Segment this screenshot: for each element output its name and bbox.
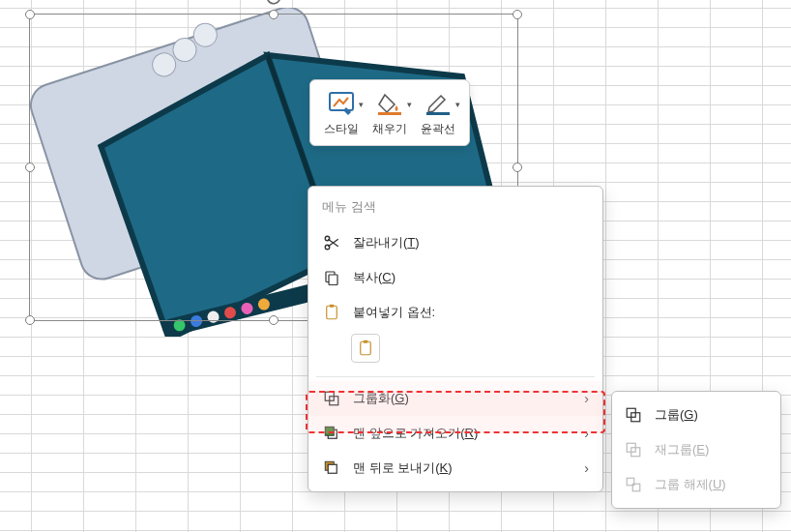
svg-point-17 [325, 236, 330, 241]
chevron-down-icon: ▾ [455, 100, 460, 109]
menu-item-bring-to-front[interactable]: 맨 앞으로 가져오기(R) › [308, 416, 602, 451]
menu-label: 복사(C) [353, 269, 396, 286]
menu-label: 그룹(G) [655, 406, 698, 424]
shape-fill-button[interactable]: ▾ 채우기 [368, 88, 411, 139]
menu-item-copy[interactable]: 복사(C) [308, 260, 602, 295]
menu-label: 맨 앞으로 가져오기(R) [353, 425, 478, 442]
menu-item-paste-options: 붙여넣기 옵션: [308, 295, 602, 330]
bring-front-icon [322, 424, 341, 443]
svg-rect-23 [361, 341, 371, 355]
clipboard-icon [322, 303, 341, 322]
chevron-down-icon: ▾ [407, 100, 412, 109]
fill-icon: ▾ [373, 90, 406, 117]
shape-outline-button[interactable]: ▾ 윤곽선 [417, 88, 459, 139]
context-menu: 메뉴 검색 잘라내기(T) 복사(C) 붙여넣기 옵션: 그룹화(G) › [308, 186, 603, 492]
regroup-icon [624, 440, 643, 459]
mini-format-toolbar: ▾ 스타일 ▾ 채우기 ▾ 윤곽선 [309, 79, 470, 146]
clipboard-icon [357, 340, 374, 357]
send-back-icon [322, 458, 341, 478]
menu-search-input[interactable]: 메뉴 검색 [308, 192, 602, 225]
svg-rect-20 [329, 275, 337, 285]
ungroup-icon [624, 475, 643, 494]
svg-rect-15 [378, 112, 401, 115]
scissors-icon [322, 233, 341, 252]
menu-separator [316, 376, 595, 377]
style-label: 스타일 [324, 121, 359, 137]
outline-icon: ▾ [422, 90, 454, 117]
menu-label: 재그룹(E) [655, 441, 709, 458]
submenu-item-ungroup: 그룹 해제(U) [612, 467, 780, 502]
submenu-item-group[interactable]: 그룹(G) [612, 398, 780, 432]
svg-rect-24 [364, 340, 368, 343]
group-icon [322, 389, 341, 408]
chevron-down-icon: ▾ [359, 100, 364, 109]
svg-rect-22 [330, 305, 335, 308]
outline-label: 윤곽선 [421, 121, 455, 137]
menu-label: 그룹화(G) [353, 390, 409, 407]
group-submenu: 그룹(G) 재그룹(E) 그룹 해제(U) [611, 391, 781, 509]
style-icon: ▾ [325, 90, 358, 117]
submenu-arrow-icon: › [584, 391, 589, 406]
menu-label: 그룹 해제(U) [655, 476, 726, 493]
svg-rect-30 [328, 464, 337, 473]
menu-item-send-to-back[interactable]: 맨 뒤로 보내기(K) › [308, 451, 602, 486]
menu-label: 잘라내기(T) [353, 234, 420, 251]
svg-rect-28 [325, 427, 334, 435]
svg-rect-21 [327, 306, 337, 319]
menu-label: 맨 뒤로 보내기(K) [353, 459, 453, 477]
svg-rect-16 [426, 112, 450, 115]
submenu-arrow-icon: › [584, 426, 589, 441]
menu-item-group[interactable]: 그룹화(G) › [308, 381, 602, 416]
svg-point-18 [325, 245, 330, 250]
submenu-item-regroup: 재그룹(E) [612, 432, 780, 467]
menu-item-cut[interactable]: 잘라내기(T) [308, 225, 602, 260]
shape-style-button[interactable]: ▾ 스타일 [320, 88, 363, 139]
copy-icon [322, 268, 341, 287]
menu-label: 붙여넣기 옵션: [353, 304, 435, 321]
group-icon [624, 405, 643, 425]
submenu-arrow-icon: › [584, 460, 589, 476]
fill-label: 채우기 [372, 121, 407, 137]
paste-option-button[interactable] [351, 334, 380, 363]
